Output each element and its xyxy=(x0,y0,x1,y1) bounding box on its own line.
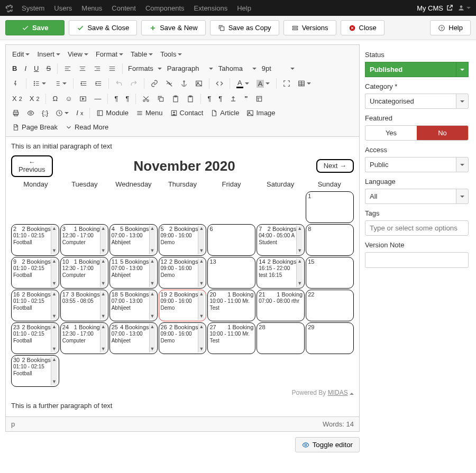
calendar-next-button[interactable]: Next → xyxy=(316,159,354,173)
cell-scroll-icon[interactable]: ▲▼ xyxy=(198,226,204,254)
cal-cell-8[interactable]: 8 xyxy=(306,224,354,256)
menu-insert[interactable]: Insert xyxy=(34,48,63,60)
tags-input[interactable] xyxy=(365,220,469,236)
paste-text-icon[interactable] xyxy=(184,93,197,105)
topmenu-content[interactable]: Content xyxy=(112,4,136,12)
cal-cell-16[interactable]: 162 Bookings01:10 - 02:15 Football▲▼ xyxy=(11,290,59,321)
cell-scroll-icon[interactable]: ▲▼ xyxy=(51,291,57,320)
cell-scroll-icon[interactable]: ▲▼ xyxy=(198,291,204,320)
cal-cell-17[interactable]: 173 Bookings03:55 - 08:05▲▼ xyxy=(60,290,108,321)
save-close-button[interactable]: Save & Close xyxy=(69,20,137,35)
cut-icon[interactable] xyxy=(139,93,153,105)
versions-button[interactable]: Versions xyxy=(283,20,336,35)
copy-icon[interactable] xyxy=(154,93,168,105)
subscript-icon[interactable]: X2 xyxy=(9,92,25,105)
align-right-icon[interactable] xyxy=(90,63,104,75)
cell-scroll-icon[interactable]: ▲▼ xyxy=(149,258,155,287)
cal-cell-15[interactable]: 15 xyxy=(306,257,354,289)
cal-cell-28[interactable]: 28 xyxy=(257,322,305,354)
cell-scroll-icon[interactable]: ▲▼ xyxy=(149,324,155,353)
cell-scroll-icon[interactable]: ▲▼ xyxy=(51,324,57,353)
article-button[interactable]: Article xyxy=(207,107,242,119)
paste-icon[interactable] xyxy=(169,93,182,105)
align-justify-icon[interactable] xyxy=(105,63,119,75)
cell-scroll-icon[interactable]: ▲▼ xyxy=(198,324,204,353)
menu-table[interactable]: Table xyxy=(127,48,156,60)
cell-scroll-icon[interactable]: ▲▼ xyxy=(51,226,57,254)
cal-cell-12[interactable]: 122 Bookings09:00 - 16:00 Demo▲▼ xyxy=(159,257,207,289)
menu-button[interactable]: Menu xyxy=(133,107,166,119)
site-name-link[interactable]: My CMS xyxy=(417,4,453,12)
editor-content[interactable]: This is an initial paragraph of text ←Pr… xyxy=(5,137,360,417)
datetime-icon[interactable] xyxy=(52,107,72,119)
special-char-icon[interactable]: Ω xyxy=(49,92,61,105)
topmenu-components[interactable]: Components xyxy=(145,4,185,12)
redo-icon[interactable] xyxy=(127,78,141,89)
outdent-icon[interactable] xyxy=(77,78,90,89)
indent-icon[interactable] xyxy=(91,78,105,89)
fullscreen-icon[interactable] xyxy=(280,78,294,89)
rtl-icon[interactable]: ¶ xyxy=(122,92,132,105)
align-left-icon[interactable] xyxy=(61,63,75,75)
featured-toggle[interactable]: Yes No xyxy=(365,125,469,141)
cal-cell-29[interactable]: 29 xyxy=(306,322,354,354)
italic-icon[interactable]: I xyxy=(21,62,30,75)
cell-scroll-icon[interactable]: ▲▼ xyxy=(149,226,155,254)
cal-cell-25[interactable]: 254 Bookings07:00 - 13:00 Abhijeet▲▼ xyxy=(109,322,158,354)
hr-icon[interactable]: — xyxy=(91,92,104,105)
cal-cell-6[interactable]: 6 xyxy=(207,224,255,256)
readmore-button[interactable]: Read More xyxy=(62,121,112,133)
bold-icon[interactable]: B xyxy=(9,62,20,75)
topmenu-help[interactable]: Help xyxy=(237,4,251,12)
bullet-list-icon[interactable] xyxy=(30,78,49,89)
table-icon[interactable] xyxy=(295,78,314,89)
cell-scroll-icon[interactable]: ▲▼ xyxy=(296,226,303,254)
ltr-icon[interactable]: ¶ xyxy=(111,92,121,105)
cal-cell-24[interactable]: 241 Booking12:30 - 17:00 Computer▲▼ xyxy=(60,322,108,354)
cal-cell-5[interactable]: 52 Bookings09:00 - 16:00 Demo▲▼ xyxy=(159,224,207,256)
block-select[interactable]: Paragraph xyxy=(165,63,215,73)
cell-scroll-icon[interactable]: ▲▼ xyxy=(51,357,57,385)
save-button[interactable]: Save xyxy=(5,20,65,35)
calendar-prev-button[interactable]: ←Previous xyxy=(11,155,53,177)
cal-cell-30[interactable]: 302 Bookings01:10 - 02:15 Football▲▼ xyxy=(11,355,59,387)
unlink-icon[interactable] xyxy=(162,78,176,89)
topmenu-users[interactable]: Users xyxy=(54,4,72,12)
formats-select[interactable]: Formats xyxy=(126,63,164,73)
cell-scroll-icon[interactable]: ▲▼ xyxy=(100,324,106,353)
cell-scroll-icon[interactable]: ▲▼ xyxy=(100,226,106,254)
version-note-input[interactable] xyxy=(365,252,469,268)
image-button[interactable]: Image xyxy=(243,107,278,119)
featured-yes[interactable]: Yes xyxy=(365,126,417,140)
help-button[interactable]: ?Help xyxy=(430,20,471,35)
featured-no[interactable]: No xyxy=(417,126,468,140)
codesample-icon[interactable]: {;} xyxy=(39,107,51,119)
status-select[interactable]: Published xyxy=(365,62,469,77)
menu-edit[interactable]: Edit xyxy=(9,48,33,60)
save-copy-button[interactable]: Save as Copy xyxy=(210,20,279,35)
show-blocks-icon[interactable]: ¶ xyxy=(204,92,214,105)
text-color-icon[interactable]: A xyxy=(233,77,252,90)
module-button[interactable]: Module xyxy=(93,107,132,119)
cal-cell-11[interactable]: 115 Bookings07:00 - 13:00 Abhijeet▲▼ xyxy=(109,257,158,289)
undo-icon[interactable] xyxy=(112,78,126,89)
menu-format[interactable]: Format xyxy=(93,48,126,60)
cal-cell-9[interactable]: 92 Bookings01:10 - 02:15 Football▲▼ xyxy=(11,257,59,289)
anchor-icon[interactable] xyxy=(177,78,191,89)
cal-cell-3[interactable]: 31 Booking12:30 - 17:00 Computer▲▼ xyxy=(60,224,108,256)
font-select[interactable]: Tahoma xyxy=(216,63,259,73)
cal-cell-4[interactable]: 45 Bookings07:00 - 13:00 Abhijeet▲▼ xyxy=(109,224,158,256)
code-icon[interactable] xyxy=(213,78,226,89)
topmenu-system[interactable]: System xyxy=(22,4,44,12)
cal-cell-27[interactable]: 271 Booking10:00 - 11:00 Mr. Test xyxy=(207,322,255,354)
cal-cell-19[interactable]: 192 Bookings09:00 - 16:00 Demo▲▼ xyxy=(159,290,207,321)
cal-cell-2[interactable]: 22 Bookings01:10 - 02:15 Football▲▼ xyxy=(11,224,59,256)
blockquote-icon[interactable]: " xyxy=(241,92,251,105)
cal-cell-21[interactable]: 211 Booking07:00 - 08:00 rthr xyxy=(257,290,305,321)
cal-cell-13[interactable]: 13 xyxy=(207,257,255,289)
cell-scroll-icon[interactable]: ▲▼ xyxy=(198,258,204,287)
template-icon[interactable] xyxy=(252,93,266,105)
strikethrough-icon[interactable]: S xyxy=(43,62,54,75)
cal-cell-1[interactable]: 1 xyxy=(306,191,354,223)
close-button[interactable]: Close xyxy=(341,20,385,35)
